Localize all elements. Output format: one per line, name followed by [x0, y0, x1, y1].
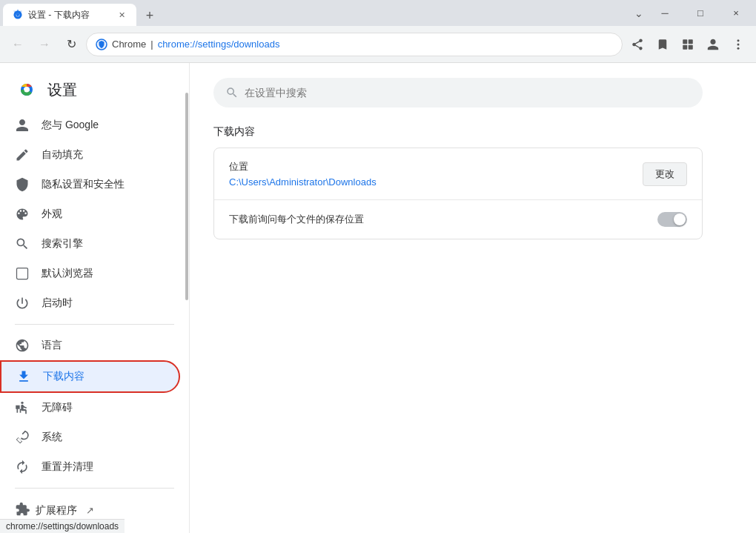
svg-point-8 — [737, 47, 740, 49]
new-tab-button[interactable]: + — [139, 5, 160, 26]
sidebar-item-system[interactable]: 系统 — [0, 423, 180, 452]
url-brand: Chrome — [112, 39, 146, 50]
extensions-label: 扩展程序 — [36, 504, 77, 517]
sidebar-item-appearance[interactable]: 外观 — [0, 199, 180, 229]
svg-rect-5 — [689, 44, 693, 49]
settings-title: 设置 — [47, 80, 77, 100]
active-tab[interactable]: 设置 - 下载内容 ✕ — [3, 4, 136, 26]
power-icon — [15, 296, 30, 311]
download-icon — [16, 369, 31, 384]
tab-area: 设置 - 下载内容 ✕ + — [0, 0, 160, 26]
sidebar: 设置 您与 Google 自动填充 隐私设置 — [0, 63, 190, 533]
person-icon — [15, 118, 30, 133]
address-bar[interactable]: Chrome | chrome://settings/downloads — [86, 33, 623, 56]
nav-action-buttons — [626, 33, 750, 56]
site-favicon — [96, 39, 107, 50]
settings-search-bar[interactable] — [213, 78, 703, 107]
palette-icon — [15, 207, 30, 222]
bookmark-button[interactable] — [651, 33, 674, 56]
wrench-icon — [15, 430, 30, 445]
svg-point-7 — [737, 43, 740, 45]
sidebar-item-startup[interactable]: 启动时 — [0, 288, 180, 318]
sidebar-item-label-search: 搜索引擎 — [42, 237, 83, 251]
navbar: ← → ↻ Chrome | chrome://settings/downloa… — [0, 26, 756, 63]
titlebar-controls: ⌄ ─ □ × — [631, 0, 756, 26]
back-icon: ← — [12, 38, 24, 51]
sidebar-item-search[interactable]: 搜索引擎 — [0, 229, 180, 259]
location-value: C:\Users\Administrator\Downloads — [229, 176, 377, 188]
sidebar-item-label-system: 系统 — [42, 431, 62, 444]
search-icon — [15, 236, 30, 251]
sidebar-item-label-autofill: 自动填充 — [42, 148, 83, 162]
tab-close-button[interactable]: ✕ — [116, 9, 127, 21]
location-row: 位置 C:\Users\Administrator\Downloads 更改 — [214, 148, 702, 200]
sidebar-item-google[interactable]: 您与 Google — [0, 110, 180, 140]
sidebar-scrollbar[interactable] — [185, 63, 189, 533]
change-location-button[interactable]: 更改 — [643, 162, 687, 186]
titlebar: 设置 - 下载内容 ✕ + ⌄ ─ □ × — [0, 0, 756, 26]
back-button[interactable]: ← — [6, 33, 30, 56]
search-input[interactable] — [245, 87, 691, 99]
external-link-icon: ↗ — [86, 505, 94, 516]
new-tab-icon: + — [146, 8, 154, 24]
sidebar-item-autofill[interactable]: 自动填充 — [0, 140, 180, 170]
share-button[interactable] — [626, 33, 649, 56]
section-title: 下载内容 — [213, 125, 732, 139]
statusbar-url: chrome://settings/downloads — [6, 521, 119, 532]
sidebar-item-label-reset: 重置并清理 — [42, 460, 93, 474]
minimize-button[interactable]: ─ — [648, 0, 682, 26]
profile-icon — [706, 38, 720, 51]
svg-point-6 — [737, 39, 740, 42]
sidebar-item-label-appearance: 外观 — [42, 208, 62, 221]
sidebar-header: 设置 — [0, 63, 189, 110]
ask-row-inner: 下载前询问每个文件的保存位置 — [229, 212, 687, 227]
sidebar-item-language[interactable]: 语言 — [0, 331, 180, 360]
sidebar-item-browser[interactable]: 默认浏览器 — [0, 259, 180, 288]
location-info: 位置 C:\Users\Administrator\Downloads — [229, 160, 377, 188]
statusbar: chrome://settings/downloads — [0, 519, 125, 533]
location-label: 位置 — [229, 160, 377, 173]
svg-rect-4 — [683, 44, 687, 49]
ask-download-row: 下载前询问每个文件的保存位置 — [214, 200, 702, 239]
ask-label: 下载前询问每个文件的保存位置 — [229, 213, 364, 226]
browser-icon — [15, 266, 30, 281]
shield-icon — [15, 177, 30, 192]
sidebar-divider2 — [15, 488, 174, 489]
svg-point-11 — [24, 87, 30, 93]
sidebar-item-downloads[interactable]: 下载内容 — [0, 360, 180, 393]
sidebar-divider — [15, 324, 174, 325]
close-button[interactable]: × — [719, 0, 753, 26]
reset-icon — [15, 460, 30, 474]
profile-button[interactable] — [701, 33, 725, 56]
ask-toggle[interactable] — [657, 212, 687, 227]
forward-icon: → — [39, 38, 50, 51]
svg-rect-12 — [17, 268, 28, 279]
tab-grid-icon — [681, 38, 694, 51]
menu-button[interactable] — [726, 33, 750, 56]
sidebar-item-reset[interactable]: 重置并清理 — [0, 452, 180, 482]
sidebar-scroll: 您与 Google 自动填充 隐私设置和安全性 外观 — [0, 110, 189, 529]
location-row-inner: 位置 C:\Users\Administrator\Downloads 更改 — [229, 160, 687, 188]
sidebar-item-label-browser: 默认浏览器 — [42, 267, 93, 280]
url-text: chrome://settings/downloads — [158, 39, 280, 50]
maximize-button[interactable]: □ — [683, 0, 717, 26]
sidebar-item-accessibility[interactable]: 无障碍 — [0, 393, 180, 423]
titlebar-left: 设置 - 下载内容 ✕ + — [0, 0, 160, 26]
svg-rect-2 — [683, 39, 687, 44]
share-icon — [631, 38, 644, 51]
chevron-down-icon[interactable]: ⌄ — [631, 7, 646, 19]
tab-grid-button[interactable] — [676, 33, 700, 56]
accessibility-icon — [15, 400, 30, 415]
sidebar-item-label-language: 语言 — [42, 339, 62, 352]
settings-card: 位置 C:\Users\Administrator\Downloads 更改 下… — [213, 148, 703, 239]
bookmark-icon — [656, 38, 669, 51]
sidebar-item-privacy[interactable]: 隐私设置和安全性 — [0, 170, 180, 199]
forward-button[interactable]: → — [33, 33, 56, 56]
extensions-icon — [15, 502, 30, 519]
sidebar-item-label-downloads: 下载内容 — [43, 370, 84, 383]
globe-icon — [15, 338, 30, 353]
svg-point-13 — [21, 402, 23, 404]
tab-title: 设置 - 下载内容 — [28, 9, 90, 21]
main-layout: 设置 您与 Google 自动填充 隐私设置 — [0, 63, 756, 533]
refresh-button[interactable]: ↻ — [59, 33, 83, 56]
